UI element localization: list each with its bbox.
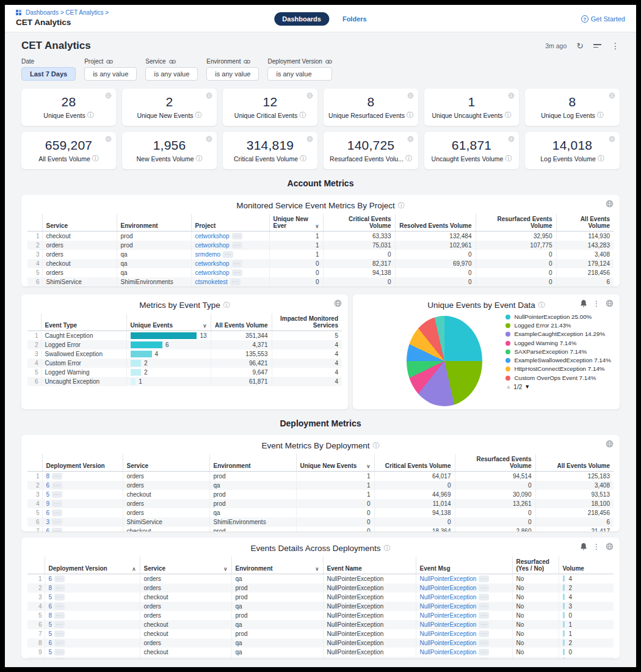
event-msg-link[interactable]: NullPointerException	[420, 594, 477, 601]
ellipsis-badge[interactable]: ···	[232, 233, 242, 239]
tab-dashboards[interactable]: Dashboards	[274, 12, 329, 26]
sort-desc-icon[interactable]: ∨	[366, 463, 370, 469]
event-msg-link[interactable]: NullPointerException	[420, 612, 477, 619]
column-header[interactable]: Deployment Version	[42, 454, 123, 472]
ellipsis-badge[interactable]: ···	[54, 603, 65, 610]
info-icon[interactable]: ⓘ	[373, 441, 380, 450]
deployment-version-link[interactable]: 6	[46, 509, 50, 516]
ellipsis-badge[interactable]: ···	[54, 640, 65, 646]
info-icon[interactable]: ⓘ	[300, 154, 306, 163]
legend-item[interactable]: Logged Warning 7.14%	[505, 340, 614, 348]
sort-desc-icon[interactable]: ∨	[315, 223, 319, 229]
get-started-link[interactable]: ? Get Started	[581, 15, 625, 23]
info-icon[interactable]: ⓘ	[598, 154, 604, 163]
info-icon[interactable]: ⓘ	[87, 111, 94, 120]
column-header[interactable]: Resurfaced Events Volume	[455, 454, 535, 472]
tab-folders[interactable]: Folders	[342, 15, 367, 23]
info-icon[interactable]: ⓘ	[407, 111, 413, 120]
column-header[interactable]: Event Type	[41, 313, 126, 331]
column-header[interactable]: Environment	[209, 454, 296, 472]
info-icon[interactable]: ⓘ	[597, 111, 604, 120]
info-icon[interactable]: ⓘ	[384, 544, 391, 553]
event-msg-link[interactable]: NullPointerException	[420, 649, 477, 656]
ellipsis-badge[interactable]: ···	[52, 528, 62, 531]
breadcrumb-item[interactable]: Dashboards	[26, 9, 59, 16]
legend-item[interactable]: NullPointerException 25.00%	[505, 313, 614, 321]
kebab-menu-icon[interactable]: ⋮	[593, 300, 600, 307]
info-icon[interactable]: ⓘ	[398, 201, 405, 210]
filter-value-chip[interactable]: is any value	[267, 67, 332, 81]
ellipsis-badge[interactable]: ···	[54, 630, 65, 637]
column-header[interactable]: All Events Volume	[211, 313, 272, 331]
project-link[interactable]: srmdemo	[195, 251, 221, 258]
ellipsis-badge[interactable]: ···	[52, 491, 62, 498]
deployment-version-link[interactable]: 6	[46, 528, 50, 531]
filter-value-chip[interactable]: is any value	[84, 67, 137, 81]
column-header[interactable]: Volume	[559, 557, 614, 574]
ellipsis-badge[interactable]: ···	[52, 500, 62, 507]
deployment-version-link[interactable]: 5	[49, 621, 53, 628]
event-msg-link[interactable]: NullPointerException	[420, 658, 477, 659]
column-header[interactable]: Critical Events Volume	[323, 214, 395, 232]
ellipsis-badge[interactable]: ···	[230, 279, 241, 285]
deployment-version-link[interactable]: 8	[46, 473, 50, 480]
event-msg-link[interactable]: NullPointerException	[420, 640, 477, 646]
column-header[interactable]: Unique New Ever∨	[269, 214, 323, 232]
ellipsis-badge[interactable]: ···	[479, 603, 489, 610]
project-link[interactable]: cetworkshop	[195, 260, 230, 267]
deployment-version-link[interactable]: 8	[49, 612, 53, 619]
project-link[interactable]: cetworkshop	[195, 242, 230, 249]
column-header[interactable]: Event Name	[323, 557, 416, 574]
kebab-menu-icon[interactable]: ⋮	[593, 543, 600, 550]
sort-asc-icon[interactable]: ∧	[132, 566, 136, 572]
filter-value-chip[interactable]: is any value	[145, 67, 198, 81]
ellipsis-badge[interactable]: ···	[52, 519, 62, 525]
deployment-version-link[interactable]: 6	[49, 575, 53, 582]
info-icon[interactable]: ⓘ	[92, 154, 99, 163]
column-header[interactable]: Event Msg	[416, 557, 512, 574]
ellipsis-badge[interactable]: ···	[52, 473, 62, 480]
legend-item[interactable]: Logged Error 21.43%	[505, 322, 614, 330]
ellipsis-badge[interactable]: ···	[54, 594, 65, 601]
bell-icon[interactable]	[580, 542, 587, 550]
event-msg-link[interactable]: NullPointerException	[420, 603, 477, 610]
sort-desc-icon[interactable]: ∨	[223, 566, 227, 572]
info-icon[interactable]: ⓘ	[505, 154, 512, 163]
ellipsis-badge[interactable]: ···	[232, 242, 242, 249]
ellipsis-badge[interactable]: ···	[54, 621, 65, 628]
deployment-version-link[interactable]: 6	[49, 603, 53, 610]
column-header[interactable]: Resurfaced (Yes / No)	[512, 557, 559, 574]
filter-icon[interactable]	[593, 44, 601, 48]
ellipsis-badge[interactable]: ···	[54, 649, 65, 656]
info-icon[interactable]: ⓘ	[299, 111, 306, 120]
ellipsis-badge[interactable]: ···	[54, 585, 65, 591]
legend-item[interactable]: Custom OverOps Event 7.14%	[505, 374, 614, 382]
ellipsis-badge[interactable]: ···	[232, 260, 242, 267]
column-header[interactable]: Project	[191, 214, 269, 232]
ellipsis-badge[interactable]: ···	[479, 612, 489, 619]
deployment-version-link[interactable]: 3	[46, 519, 50, 525]
legend-item[interactable]: SAXParseException 7.14%	[505, 348, 614, 356]
pie-chart[interactable]	[407, 316, 482, 406]
deployment-version-link[interactable]: 5	[49, 594, 53, 601]
ellipsis-badge[interactable]: ···	[479, 585, 489, 591]
ellipsis-badge[interactable]: ···	[223, 251, 233, 258]
column-header[interactable]: Service	[123, 454, 209, 472]
ellipsis-badge[interactable]: ···	[54, 658, 65, 659]
ellipsis-badge[interactable]: ···	[479, 630, 489, 637]
info-icon[interactable]: ⓘ	[195, 154, 202, 163]
ellipsis-badge[interactable]: ···	[479, 649, 489, 656]
ellipsis-badge[interactable]: ···	[479, 575, 489, 582]
event-msg-link[interactable]: NullPointerException	[420, 575, 477, 582]
refresh-icon[interactable]: ↻	[576, 42, 584, 50]
legend-item[interactable]: HttpHostConnectException 7.14%	[505, 365, 614, 373]
column-header[interactable]: Unique New Events∨	[296, 454, 374, 472]
ellipsis-badge[interactable]: ···	[54, 575, 65, 582]
column-header[interactable]: Resurfaced Events Volume	[476, 214, 556, 232]
column-header[interactable]: Service∨	[140, 557, 231, 574]
ellipsis-badge[interactable]: ···	[479, 658, 489, 659]
filter-value-chip[interactable]: is any value	[206, 67, 259, 81]
legend-page-up-icon[interactable]: ▲	[505, 384, 511, 391]
info-icon[interactable]: ⓘ	[405, 154, 412, 163]
legend-item[interactable]: ExampleCaughtException 14.29%	[505, 331, 614, 338]
